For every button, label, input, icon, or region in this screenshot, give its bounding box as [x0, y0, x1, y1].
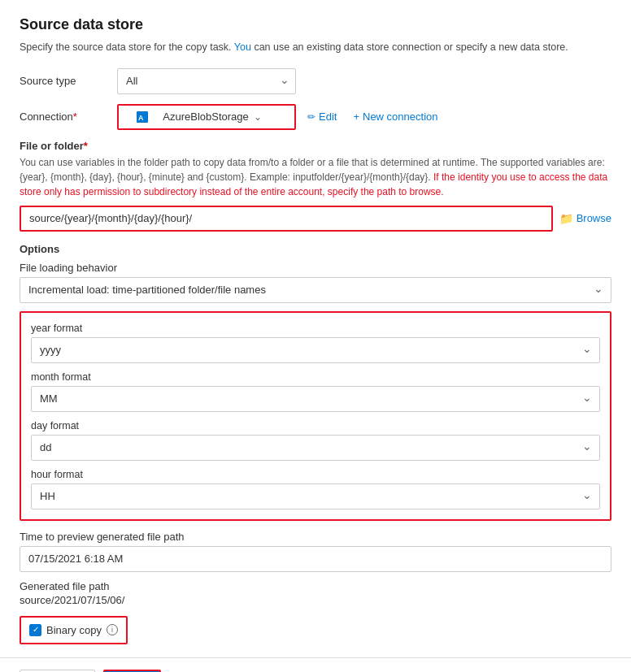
file-folder-section: File or folder* You can use variables in…: [20, 140, 611, 199]
file-loading-label: File loading behavior: [20, 262, 611, 274]
year-format-label: year format: [31, 323, 600, 334]
page-title: Source data store: [20, 16, 611, 33]
chevron-down-icon: ⌄: [254, 111, 288, 123]
new-connection-button[interactable]: + New connection: [348, 107, 442, 126]
generated-label: Generated file path: [20, 580, 611, 592]
day-format-field: day format dd d: [31, 420, 600, 461]
connection-select[interactable]: A AzureBlobStorage ⌄: [117, 104, 296, 130]
description-link[interactable]: You: [234, 41, 251, 53]
day-format-select[interactable]: dd d: [31, 435, 600, 461]
month-format-select[interactable]: MM M: [31, 386, 600, 412]
binary-copy-container: Binary copy i: [20, 616, 128, 644]
file-path-input[interactable]: [20, 206, 553, 232]
footer-bar: ‹ Previous Next ›: [0, 657, 631, 672]
generated-value: source/2021/07/15/06/: [20, 594, 611, 606]
browse-button[interactable]: 📁 Browse: [559, 212, 611, 225]
month-format-label: month format: [31, 371, 600, 383]
source-type-label: Source type: [20, 75, 117, 87]
hour-format-select[interactable]: HH H: [31, 483, 600, 509]
binary-copy-label: Binary copy: [46, 624, 102, 636]
connection-required: *: [73, 111, 77, 123]
edit-button[interactable]: ✏ Edit: [302, 107, 342, 126]
page-description: Specify the source data store for the co…: [20, 40, 611, 55]
year-format-select[interactable]: yyyy yy: [31, 337, 600, 363]
file-loading-select[interactable]: Incremental load: time-partitioned folde…: [20, 277, 611, 303]
file-folder-required: *: [84, 140, 88, 152]
hour-format-label: hour format: [31, 469, 600, 480]
month-format-field: month format MM M: [31, 371, 600, 412]
day-format-label: day format: [31, 420, 600, 431]
azure-icon: A: [125, 111, 159, 124]
connection-label: Connection*: [20, 111, 117, 123]
year-format-field: year format yyyy yy: [31, 323, 600, 363]
options-title: Options: [20, 243, 611, 255]
hour-format-field: hour format HH H: [31, 469, 600, 509]
svg-text:A: A: [138, 114, 144, 122]
file-folder-description: You can use variables in the folder path…: [20, 155, 611, 199]
preview-input[interactable]: [20, 546, 611, 572]
file-folder-label: File or folder: [20, 140, 84, 152]
binary-copy-info-icon[interactable]: i: [107, 624, 118, 635]
pencil-icon: ✏: [307, 111, 316, 123]
preview-label: Time to preview generated file path: [20, 531, 611, 543]
binary-copy-checkbox[interactable]: [29, 624, 41, 636]
plus-icon: +: [353, 111, 359, 123]
source-type-select[interactable]: All: [117, 68, 296, 94]
folder-icon: 📁: [559, 212, 573, 225]
